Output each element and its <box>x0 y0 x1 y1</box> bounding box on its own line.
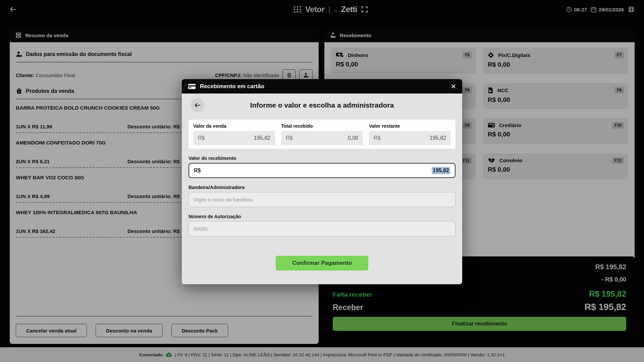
valor-restante-label: Valor restante <box>369 123 451 129</box>
recebimento-label: Valor do recebimento <box>189 156 455 161</box>
total-recebido-value: 0,00 <box>348 135 358 141</box>
recebimento-selected-value: 195,82 <box>432 167 450 174</box>
currency-prefix: R$ <box>198 135 205 141</box>
total-recebido-field: R$ 0,00 <box>281 131 363 145</box>
valor-venda-field: R$ 195,82 <box>193 131 275 145</box>
autorizacao-label: Número de Autorização <box>189 214 455 219</box>
bandeira-input[interactable] <box>189 192 455 207</box>
valor-venda-label: Valor da venda <box>193 123 275 129</box>
card-payment-modal: Recebimento em cartão ✕ Informe o valor … <box>182 79 462 284</box>
valor-restante-field: R$ 195,82 <box>369 131 451 145</box>
autorizacao-input[interactable] <box>189 221 455 236</box>
bandeira-label: Bandeira/Administradora <box>189 185 455 190</box>
modal-header-title: Recebimento em cartão <box>200 83 264 90</box>
modal-title: Informe o valor e escolha a administrado… <box>189 98 455 112</box>
values-summary-card: Valor da venda R$ 195,82 Total recebido … <box>189 120 455 149</box>
credit-card-icon <box>188 83 196 89</box>
confirm-payment-button[interactable]: Confirmar Pagamento <box>276 256 368 270</box>
currency-prefix: R$ <box>286 135 292 141</box>
valor-restante-value: 195,82 <box>430 135 446 141</box>
close-icon[interactable]: ✕ <box>450 83 456 90</box>
currency-prefix: R$ <box>374 135 380 141</box>
currency-prefix: R$ <box>194 168 201 174</box>
valor-venda-value: 195,82 <box>254 135 270 141</box>
pos-app: Vetor | by Zetti 08:27 29/01/2026 <box>0 0 644 362</box>
total-recebido-label: Total recebido <box>281 123 363 129</box>
arrow-left-icon <box>194 102 201 109</box>
recebimento-input[interactable]: R$ 195,82 <box>189 163 455 178</box>
modal-back-button[interactable] <box>191 98 205 112</box>
